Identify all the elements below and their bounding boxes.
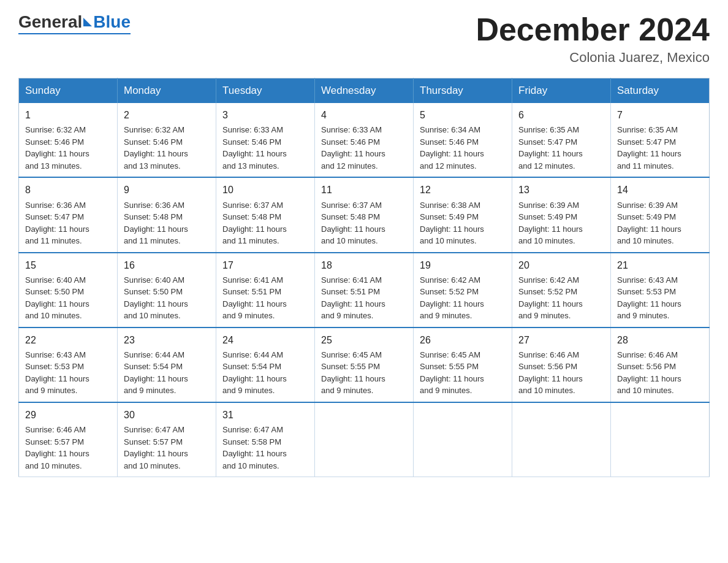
page-header: General Blue December 2024 Colonia Juare… <box>18 12 710 66</box>
day-cell <box>512 402 611 477</box>
day-info: Sunrise: 6:43 AMSunset: 5:53 PMDaylight:… <box>25 349 111 397</box>
day-number: 20 <box>518 258 604 272</box>
day-info: Sunrise: 6:42 AMSunset: 5:52 PMDaylight:… <box>420 274 506 322</box>
day-info: Sunrise: 6:37 AMSunset: 5:48 PMDaylight:… <box>321 199 407 247</box>
header-cell-wednesday: Wednesday <box>315 79 414 104</box>
day-cell: 7Sunrise: 6:35 AMSunset: 5:47 PMDaylight… <box>611 103 710 177</box>
day-cell: 4Sunrise: 6:33 AMSunset: 5:46 PMDaylight… <box>315 103 414 177</box>
day-info: Sunrise: 6:41 AMSunset: 5:51 PMDaylight:… <box>321 274 407 322</box>
day-number: 29 <box>25 408 111 422</box>
day-info: Sunrise: 6:32 AMSunset: 5:46 PMDaylight:… <box>124 124 210 172</box>
day-number: 23 <box>124 333 210 347</box>
day-info: Sunrise: 6:44 AMSunset: 5:54 PMDaylight:… <box>124 349 210 397</box>
day-info: Sunrise: 6:40 AMSunset: 5:50 PMDaylight:… <box>124 274 210 322</box>
day-info: Sunrise: 6:43 AMSunset: 5:53 PMDaylight:… <box>617 274 703 322</box>
month-title: December 2024 <box>476 12 710 47</box>
day-cell: 26Sunrise: 6:45 AMSunset: 5:55 PMDayligh… <box>414 327 512 402</box>
header-cell-saturday: Saturday <box>611 79 710 104</box>
logo-underline <box>18 33 131 34</box>
day-number: 19 <box>420 258 506 272</box>
day-cell: 5Sunrise: 6:34 AMSunset: 5:46 PMDaylight… <box>414 103 512 177</box>
day-cell: 24Sunrise: 6:44 AMSunset: 5:54 PMDayligh… <box>216 327 315 402</box>
day-info: Sunrise: 6:38 AMSunset: 5:49 PMDaylight:… <box>420 199 506 247</box>
day-info: Sunrise: 6:35 AMSunset: 5:47 PMDaylight:… <box>617 124 703 172</box>
header-row: SundayMondayTuesdayWednesdayThursdayFrid… <box>19 79 710 104</box>
day-info: Sunrise: 6:47 AMSunset: 5:57 PMDaylight:… <box>124 424 210 472</box>
day-number: 9 <box>124 183 210 197</box>
day-number: 12 <box>420 183 506 197</box>
day-cell: 17Sunrise: 6:41 AMSunset: 5:51 PMDayligh… <box>216 253 315 327</box>
day-cell: 31Sunrise: 6:47 AMSunset: 5:58 PMDayligh… <box>216 402 315 477</box>
logo: General Blue <box>18 12 131 34</box>
day-cell: 1Sunrise: 6:32 AMSunset: 5:46 PMDaylight… <box>19 103 118 177</box>
day-cell: 22Sunrise: 6:43 AMSunset: 5:53 PMDayligh… <box>19 327 118 402</box>
location-subtitle: Colonia Juarez, Mexico <box>476 50 710 66</box>
day-number: 25 <box>321 333 407 347</box>
day-info: Sunrise: 6:42 AMSunset: 5:52 PMDaylight:… <box>518 274 604 322</box>
day-number: 13 <box>518 183 604 197</box>
day-info: Sunrise: 6:46 AMSunset: 5:56 PMDaylight:… <box>617 349 703 397</box>
day-info: Sunrise: 6:34 AMSunset: 5:46 PMDaylight:… <box>420 124 506 172</box>
day-number: 22 <box>25 333 111 347</box>
day-cell: 9Sunrise: 6:36 AMSunset: 5:48 PMDaylight… <box>118 177 216 252</box>
title-section: December 2024 Colonia Juarez, Mexico <box>476 12 710 66</box>
day-info: Sunrise: 6:35 AMSunset: 5:47 PMDaylight:… <box>518 124 604 172</box>
day-number: 30 <box>124 408 210 422</box>
day-number: 1 <box>25 108 111 122</box>
header-cell-thursday: Thursday <box>414 79 512 104</box>
day-cell: 28Sunrise: 6:46 AMSunset: 5:56 PMDayligh… <box>611 327 710 402</box>
day-cell: 15Sunrise: 6:40 AMSunset: 5:50 PMDayligh… <box>19 253 118 327</box>
day-number: 11 <box>321 183 407 197</box>
header-cell-monday: Monday <box>118 79 216 104</box>
day-info: Sunrise: 6:33 AMSunset: 5:46 PMDaylight:… <box>222 124 308 172</box>
day-cell: 19Sunrise: 6:42 AMSunset: 5:52 PMDayligh… <box>414 253 512 327</box>
day-info: Sunrise: 6:33 AMSunset: 5:46 PMDaylight:… <box>321 124 407 172</box>
day-number: 28 <box>617 333 703 347</box>
day-cell: 8Sunrise: 6:36 AMSunset: 5:47 PMDaylight… <box>19 177 118 252</box>
day-info: Sunrise: 6:45 AMSunset: 5:55 PMDaylight:… <box>321 349 407 397</box>
day-number: 24 <box>222 333 308 347</box>
day-number: 31 <box>222 408 308 422</box>
logo-general-text: General <box>18 12 82 32</box>
day-info: Sunrise: 6:39 AMSunset: 5:49 PMDaylight:… <box>617 199 703 247</box>
day-info: Sunrise: 6:39 AMSunset: 5:49 PMDaylight:… <box>518 199 604 247</box>
day-info: Sunrise: 6:47 AMSunset: 5:58 PMDaylight:… <box>222 424 308 472</box>
header-cell-tuesday: Tuesday <box>216 79 315 104</box>
day-info: Sunrise: 6:45 AMSunset: 5:55 PMDaylight:… <box>420 349 506 397</box>
day-number: 7 <box>617 108 703 122</box>
day-cell: 2Sunrise: 6:32 AMSunset: 5:46 PMDaylight… <box>118 103 216 177</box>
calendar-body: 1Sunrise: 6:32 AMSunset: 5:46 PMDaylight… <box>19 103 710 477</box>
day-info: Sunrise: 6:40 AMSunset: 5:50 PMDaylight:… <box>25 274 111 322</box>
day-info: Sunrise: 6:46 AMSunset: 5:57 PMDaylight:… <box>25 424 111 472</box>
day-number: 3 <box>222 108 308 122</box>
day-number: 21 <box>617 258 703 272</box>
logo-blue-text: Blue <box>93 12 131 32</box>
calendar-header: SundayMondayTuesdayWednesdayThursdayFrid… <box>19 79 710 104</box>
week-row-5: 29Sunrise: 6:46 AMSunset: 5:57 PMDayligh… <box>19 402 710 477</box>
day-info: Sunrise: 6:32 AMSunset: 5:46 PMDaylight:… <box>25 124 111 172</box>
day-cell <box>315 402 414 477</box>
day-cell: 23Sunrise: 6:44 AMSunset: 5:54 PMDayligh… <box>118 327 216 402</box>
day-cell: 11Sunrise: 6:37 AMSunset: 5:48 PMDayligh… <box>315 177 414 252</box>
day-number: 2 <box>124 108 210 122</box>
day-cell: 14Sunrise: 6:39 AMSunset: 5:49 PMDayligh… <box>611 177 710 252</box>
day-cell: 6Sunrise: 6:35 AMSunset: 5:47 PMDaylight… <box>512 103 611 177</box>
header-cell-friday: Friday <box>512 79 611 104</box>
day-number: 10 <box>222 183 308 197</box>
day-number: 18 <box>321 258 407 272</box>
day-cell: 12Sunrise: 6:38 AMSunset: 5:49 PMDayligh… <box>414 177 512 252</box>
day-number: 16 <box>124 258 210 272</box>
day-info: Sunrise: 6:36 AMSunset: 5:48 PMDaylight:… <box>124 199 210 247</box>
day-cell: 13Sunrise: 6:39 AMSunset: 5:49 PMDayligh… <box>512 177 611 252</box>
week-row-2: 8Sunrise: 6:36 AMSunset: 5:47 PMDaylight… <box>19 177 710 252</box>
day-number: 17 <box>222 258 308 272</box>
day-number: 5 <box>420 108 506 122</box>
day-number: 8 <box>25 183 111 197</box>
logo-arrow-icon <box>83 18 92 26</box>
day-number: 14 <box>617 183 703 197</box>
day-cell: 27Sunrise: 6:46 AMSunset: 5:56 PMDayligh… <box>512 327 611 402</box>
day-cell: 21Sunrise: 6:43 AMSunset: 5:53 PMDayligh… <box>611 253 710 327</box>
day-number: 27 <box>518 333 604 347</box>
header-cell-sunday: Sunday <box>19 79 118 104</box>
day-cell: 16Sunrise: 6:40 AMSunset: 5:50 PMDayligh… <box>118 253 216 327</box>
